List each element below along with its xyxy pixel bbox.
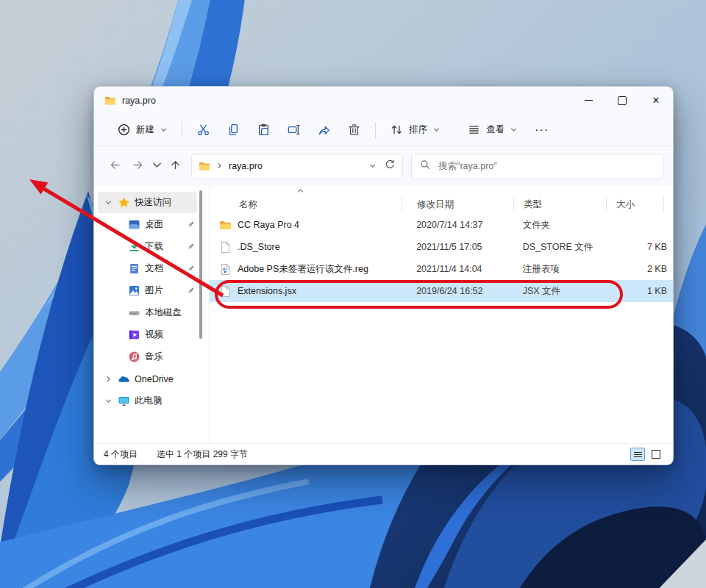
file-size: 1 KB bbox=[605, 286, 673, 296]
back-arrow-icon bbox=[109, 159, 121, 174]
copy-button[interactable] bbox=[218, 118, 249, 143]
file-row[interactable]: CC Raya Pro 42020/7/14 14:37文件夹 bbox=[210, 214, 673, 236]
sidebar-item-videos[interactable]: 视频 bbox=[98, 324, 197, 345]
sort-ascending-icon bbox=[296, 187, 304, 197]
chevron-down-icon bbox=[160, 126, 168, 134]
sort-button-label: 排序 bbox=[409, 123, 427, 136]
thispc-icon bbox=[118, 395, 130, 407]
file-name: CC Raya Pro 4 bbox=[238, 220, 299, 230]
sidebar-item-label: 快速访问 bbox=[135, 196, 182, 209]
up-arrow-icon bbox=[169, 159, 182, 174]
star-icon bbox=[118, 196, 130, 209]
forward-button[interactable] bbox=[126, 155, 149, 178]
file-row[interactable]: Adobe PS未签署运行该文件.reg2021/11/4 14:04注册表项2… bbox=[210, 258, 673, 280]
documents-icon bbox=[128, 262, 140, 275]
page-icon bbox=[219, 285, 232, 298]
up-button[interactable] bbox=[164, 155, 187, 178]
sort-arrows-icon bbox=[390, 123, 404, 137]
search-box[interactable] bbox=[411, 154, 663, 179]
share-button[interactable] bbox=[309, 118, 339, 143]
cut-button[interactable] bbox=[188, 118, 218, 143]
search-input[interactable] bbox=[437, 160, 655, 172]
breadcrumb-chevron-icon bbox=[215, 159, 224, 173]
trash-icon bbox=[347, 123, 361, 137]
title-bar[interactable]: raya.pro ✕ bbox=[94, 87, 673, 114]
folder-icon bbox=[219, 219, 232, 232]
sidebar-item-label: 视频 bbox=[145, 329, 182, 341]
scissors-icon bbox=[196, 123, 210, 137]
sidebar-item-pictures[interactable]: 图片 bbox=[98, 280, 197, 301]
new-button[interactable]: 新建 bbox=[109, 118, 176, 143]
address-bar[interactable]: raya.pro bbox=[191, 154, 403, 179]
explorer-window: raya.pro ✕ 新建 排序 bbox=[93, 86, 674, 465]
share-icon bbox=[317, 123, 331, 137]
close-button[interactable]: ✕ bbox=[639, 87, 673, 114]
sort-button[interactable]: 排序 bbox=[382, 118, 449, 143]
minimize-icon bbox=[585, 100, 593, 101]
more-options-button[interactable]: ··· bbox=[526, 123, 557, 137]
column-header-size[interactable]: 大小 bbox=[607, 198, 664, 211]
chevron-down-icon[interactable] bbox=[103, 198, 113, 207]
file-row[interactable]: .DS_Store2021/11/5 17:05DS_STORE 文件7 KB bbox=[210, 236, 673, 258]
details-view-button[interactable] bbox=[630, 448, 645, 461]
column-header-row: 名称 修改日期 类型 大小 bbox=[210, 186, 673, 214]
column-header-date[interactable]: 修改日期 bbox=[402, 198, 514, 211]
close-icon: ✕ bbox=[652, 96, 660, 105]
copy-icon bbox=[227, 123, 240, 137]
view-lines-icon bbox=[467, 123, 481, 137]
sidebar-item-downloads[interactable]: 下载 bbox=[98, 236, 197, 257]
address-dropdown-icon[interactable] bbox=[368, 159, 377, 173]
file-type: JSX 文件 bbox=[513, 285, 606, 298]
sidebar-item-onedrive[interactable]: OneDrive bbox=[98, 368, 197, 390]
large-icons-view-icon bbox=[652, 450, 660, 459]
breadcrumb-path[interactable]: raya.pro bbox=[229, 161, 263, 171]
column-header-name[interactable]: 名称 bbox=[210, 198, 402, 211]
paste-icon bbox=[257, 123, 271, 137]
view-button[interactable]: 查看 bbox=[459, 118, 526, 143]
file-name: Adobe PS未签署运行该文件.reg bbox=[238, 263, 368, 276]
paste-button[interactable] bbox=[249, 118, 279, 143]
sidebar-item-documents[interactable]: 文档 bbox=[98, 258, 197, 279]
toolbar-separator bbox=[182, 122, 182, 138]
sidebar-item-music[interactable]: 音乐 bbox=[98, 346, 197, 368]
page-icon bbox=[219, 241, 232, 254]
file-date: 2019/6/24 16:52 bbox=[402, 286, 513, 296]
desktop-icon bbox=[128, 218, 140, 231]
history-dropdown-button[interactable] bbox=[149, 155, 164, 178]
chevron-right-icon[interactable] bbox=[103, 375, 113, 383]
file-row[interactable]: Extensions.jsx2019/6/24 16:52JSX 文件1 KB bbox=[210, 280, 673, 302]
chevron-down-icon[interactable] bbox=[103, 397, 113, 405]
minimize-button[interactable] bbox=[571, 87, 605, 114]
delete-button[interactable] bbox=[339, 118, 369, 143]
sidebar-item-desktop[interactable]: 桌面 bbox=[98, 214, 197, 235]
refresh-icon[interactable] bbox=[384, 159, 396, 173]
sidebar-item-local-disk-d[interactable]: 本地磁盘 (D:) bbox=[98, 302, 197, 323]
pin-icon bbox=[186, 220, 196, 229]
large-icons-view-button[interactable] bbox=[649, 448, 663, 461]
folder-icon bbox=[104, 95, 116, 107]
file-date: 2021/11/5 17:05 bbox=[402, 242, 513, 252]
file-size: 7 KB bbox=[605, 242, 673, 252]
rename-button[interactable] bbox=[279, 118, 309, 143]
chevron-down-icon bbox=[151, 159, 163, 174]
pin-icon bbox=[186, 286, 196, 295]
sidebar-item-label: 图片 bbox=[145, 284, 182, 297]
column-header-type[interactable]: 类型 bbox=[514, 198, 607, 211]
pin-icon bbox=[186, 242, 196, 251]
registry-icon bbox=[219, 263, 232, 276]
sidebar-scrollbar[interactable] bbox=[199, 190, 202, 339]
back-button[interactable] bbox=[104, 155, 126, 178]
folder-icon bbox=[199, 160, 210, 172]
maximize-button[interactable] bbox=[605, 87, 639, 114]
file-name: .DS_Store bbox=[238, 242, 280, 252]
details-view-icon bbox=[634, 452, 642, 457]
forward-arrow-icon bbox=[132, 159, 144, 174]
file-size: 2 KB bbox=[605, 264, 673, 274]
file-type: DS_STORE 文件 bbox=[513, 241, 606, 254]
video-icon bbox=[128, 329, 140, 341]
sidebar-item-label: 音乐 bbox=[145, 351, 182, 363]
file-type: 注册表项 bbox=[513, 263, 606, 276]
sidebar-item-this-pc[interactable]: 此电脑 bbox=[98, 390, 197, 412]
sidebar-item-quick-access[interactable]: 快速访问 bbox=[98, 192, 197, 213]
navigation-pane: 快速访问桌面下载文档图片本地磁盘 (D:)视频音乐OneDrive此电脑 bbox=[94, 186, 209, 443]
